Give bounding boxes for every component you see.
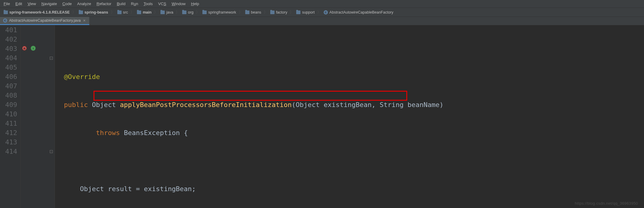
menu-code[interactable]: Code xyxy=(60,1,74,7)
breadcrumb-label: factory xyxy=(276,10,287,14)
class-icon: C xyxy=(324,10,328,14)
breadcrumb-item[interactable]: springframework xyxy=(201,10,237,15)
folder-icon xyxy=(160,11,165,14)
folder-icon xyxy=(4,11,8,14)
code-line: public Object applyBeanPostProcessorsBef… xyxy=(64,100,644,109)
chevron-right-icon: 〉 xyxy=(316,10,322,15)
breadcrumb-item[interactable]: java xyxy=(159,10,174,15)
folder-icon xyxy=(296,11,300,14)
override-marker-icon[interactable]: m xyxy=(22,46,27,51)
folder-icon xyxy=(137,11,141,14)
menu-build[interactable]: Build xyxy=(114,1,128,7)
breadcrumb-item[interactable]: CAbstractAutowireCapableBeanFactory xyxy=(322,10,395,15)
chevron-right-icon: 〉 xyxy=(263,10,268,15)
breadcrumb-label: beans xyxy=(251,10,261,14)
tab-label: AbstractAutowireCapableBeanFactory.java xyxy=(9,18,81,23)
code-line: throws BeansException { xyxy=(64,128,644,137)
line-number: 413 xyxy=(0,137,17,147)
line-number: 402 xyxy=(0,35,17,44)
line-number: 410 xyxy=(0,109,17,119)
breadcrumb-item[interactable]: spring-beans xyxy=(78,10,109,15)
folder-icon xyxy=(270,11,274,14)
line-number: 412 xyxy=(0,128,17,137)
line-number: 404 xyxy=(0,53,17,63)
line-number: 401 xyxy=(0,25,17,35)
code-area[interactable]: @Override public Object applyBeanPostPro… xyxy=(55,25,644,208)
menu-help[interactable]: Help xyxy=(189,1,201,7)
breadcrumb-label: java xyxy=(166,10,173,14)
menu-tools[interactable]: Tools xyxy=(141,1,155,7)
folder-icon xyxy=(79,11,83,14)
fold-toggle-icon[interactable]: − xyxy=(50,57,53,60)
menu-vcs[interactable]: VCS xyxy=(156,1,169,7)
menu-window[interactable]: Window xyxy=(169,1,188,7)
breadcrumb-label: AbstractAutowireCapableBeanFactory xyxy=(329,10,393,14)
line-number: 408 xyxy=(0,91,17,100)
chevron-right-icon: 〉 xyxy=(289,10,294,15)
menu-file[interactable]: File xyxy=(1,1,12,7)
code-line xyxy=(64,44,644,53)
line-number: 411 xyxy=(0,119,17,128)
breadcrumb-item[interactable]: factory xyxy=(269,10,289,15)
breadcrumb-item[interactable]: org xyxy=(181,10,195,15)
menu-bar: File Edit View Navigate Code Analyze Ref… xyxy=(0,0,644,8)
folder-icon xyxy=(117,11,122,14)
menu-edit[interactable]: Edit xyxy=(13,1,24,7)
chevron-right-icon: 〉 xyxy=(195,10,201,15)
code-line: Object result = existingBean; xyxy=(64,184,644,194)
menu-navigate[interactable]: Navigate xyxy=(39,1,59,7)
breadcrumb-item[interactable]: src xyxy=(116,10,129,15)
line-number: 414 xyxy=(0,147,17,156)
editor: 4014024034044054064074084094104114124134… xyxy=(0,25,644,208)
tab-close-icon[interactable]: × xyxy=(82,18,86,23)
breadcrumb-item[interactable]: main xyxy=(136,10,153,15)
fold-gutter: − − xyxy=(49,25,55,208)
folder-icon xyxy=(182,11,186,14)
menu-view[interactable]: View xyxy=(25,1,38,7)
line-number: 403 xyxy=(0,44,17,53)
breadcrumb-label: src xyxy=(123,10,128,14)
menu-analyze[interactable]: Analyze xyxy=(75,1,94,7)
line-number: 407 xyxy=(0,81,17,91)
line-number: 405 xyxy=(0,63,17,72)
chevron-right-icon: 〉 xyxy=(110,10,116,15)
gutter-markers: m ↑ xyxy=(21,25,49,208)
breadcrumb: spring-framework-4.1.8.RELEASE〉spring-be… xyxy=(0,8,644,17)
breadcrumb-label: main xyxy=(143,10,151,14)
breadcrumb-label: support xyxy=(302,10,315,14)
class-icon: C xyxy=(3,18,7,23)
chevron-right-icon: 〉 xyxy=(71,10,77,15)
breadcrumb-label: org xyxy=(188,10,193,14)
breadcrumb-label: springframework xyxy=(208,10,236,14)
folder-icon xyxy=(245,11,249,14)
menu-run[interactable]: Run xyxy=(128,1,141,7)
breadcrumb-item[interactable]: beans xyxy=(244,10,262,15)
chevron-right-icon: 〉 xyxy=(153,10,159,15)
line-number: 409 xyxy=(0,100,17,109)
tab-bar: C AbstractAutowireCapableBeanFactory.jav… xyxy=(0,17,644,25)
fold-toggle-icon[interactable]: − xyxy=(50,150,53,153)
tab-file[interactable]: C AbstractAutowireCapableBeanFactory.jav… xyxy=(0,17,89,25)
menu-refactor[interactable]: Refactor xyxy=(94,1,114,7)
chevron-right-icon: 〉 xyxy=(175,10,180,15)
code-line xyxy=(64,156,644,165)
line-number: 406 xyxy=(0,72,17,81)
implements-up-icon[interactable]: ↑ xyxy=(31,46,36,51)
line-number-gutter: 4014024034044054064074084094104114124134… xyxy=(0,25,21,208)
folder-icon xyxy=(202,11,207,14)
code-line: @Override xyxy=(64,72,644,81)
breadcrumb-label: spring-beans xyxy=(84,10,108,14)
breadcrumb-label: spring-framework-4.1.8.RELEASE xyxy=(9,10,70,14)
chevron-right-icon: 〉 xyxy=(238,10,243,15)
breadcrumb-item[interactable]: support xyxy=(295,10,316,15)
watermark-text: https://blog.csdn.net/qq_36963950 xyxy=(575,201,638,206)
highlight-annotation xyxy=(94,91,407,101)
breadcrumb-item[interactable]: spring-framework-4.1.8.RELEASE xyxy=(2,10,71,15)
chevron-right-icon: 〉 xyxy=(130,10,135,15)
